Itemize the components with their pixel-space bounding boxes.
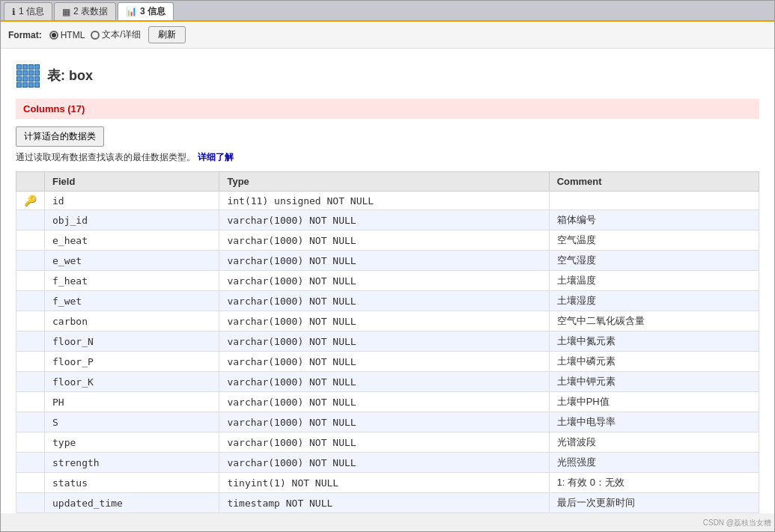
table-row: floor_Pvarchar(1000) NOT NULL土壤中磷元素	[16, 352, 759, 372]
key-cell	[16, 473, 45, 493]
tab1-label: 1 信息	[19, 5, 44, 18]
field-cell: floor_K	[45, 372, 219, 392]
comment-cell	[549, 192, 759, 210]
type-cell: varchar(1000) NOT NULL	[219, 311, 549, 331]
type-cell: varchar(1000) NOT NULL	[219, 453, 549, 473]
radio-text-label: 文本/详细	[102, 28, 140, 41]
tab1-icon: ℹ	[12, 7, 16, 17]
field-cell: floor_P	[45, 352, 219, 372]
comment-cell: 土壤中钾元素	[549, 372, 759, 392]
columns-table: Field Type Comment 🔑idint(11) unsigned N…	[16, 171, 759, 513]
type-cell: timestamp NOT NULL	[219, 493, 549, 513]
watermark: CSDN @荔枝当女糟	[703, 518, 771, 528]
compute-desc-text: 通过读取现有数据查找该表的最佳数据类型。	[16, 152, 195, 162]
type-cell: varchar(1000) NOT NULL	[219, 432, 549, 453]
key-cell	[16, 352, 45, 372]
key-cell	[16, 432, 45, 453]
type-cell: varchar(1000) NOT NULL	[219, 230, 549, 251]
tab-bar: ℹ 1 信息 ▦ 2 表数据 📊 3 信息	[1, 1, 774, 22]
tab-info-3[interactable]: 📊 3 信息	[118, 2, 174, 20]
compute-link[interactable]: 详细了解	[198, 152, 234, 162]
field-cell: f_wet	[45, 291, 219, 311]
field-cell: PH	[45, 392, 219, 412]
col-header-comment: Comment	[549, 172, 759, 192]
field-cell: floor_N	[45, 331, 219, 352]
table-row: Svarchar(1000) NOT NULL土壤中电导率	[16, 412, 759, 432]
compute-button[interactable]: 计算适合的数据类	[16, 126, 104, 147]
field-cell: strength	[45, 453, 219, 473]
table-row: statustinyint(1) NOT NULL1: 有效 0：无效	[16, 473, 759, 493]
comment-cell: 最后一次更新时间	[549, 493, 759, 513]
key-cell	[16, 453, 45, 473]
table-row: updated_timetimestamp NOT NULL最后一次更新时间	[16, 493, 759, 513]
comment-cell: 土壤中磷元素	[549, 352, 759, 372]
type-cell: varchar(1000) NOT NULL	[219, 291, 549, 311]
table-row: strengthvarchar(1000) NOT NULL光照强度	[16, 453, 759, 473]
field-cell: f_heat	[45, 271, 219, 291]
radio-text-circle	[91, 31, 100, 40]
key-cell	[16, 291, 45, 311]
table-row: 🔑idint(11) unsigned NOT NULL	[16, 192, 759, 210]
table-header-section: 表: box	[16, 64, 759, 88]
key-cell	[16, 311, 45, 331]
col-header-type: Type	[219, 172, 549, 192]
col-header-key	[16, 172, 45, 192]
key-cell	[16, 251, 45, 271]
comment-cell: 土壤湿度	[549, 291, 759, 311]
type-cell: varchar(1000) NOT NULL	[219, 352, 549, 372]
type-cell: varchar(1000) NOT NULL	[219, 331, 549, 352]
field-cell: carbon	[45, 311, 219, 331]
comment-cell: 空气温度	[549, 230, 759, 251]
tab3-label: 3 信息	[140, 5, 165, 18]
tab-info-1[interactable]: ℹ 1 信息	[4, 2, 52, 20]
type-cell: varchar(1000) NOT NULL	[219, 271, 549, 291]
radio-html[interactable]: HTML	[49, 30, 85, 40]
table-row: typevarchar(1000) NOT NULL光谱波段	[16, 432, 759, 453]
type-cell: varchar(1000) NOT NULL	[219, 210, 549, 230]
content-area: 表: box Columns (17) 计算适合的数据类 通过读取现有数据查找该…	[1, 49, 774, 513]
radio-text[interactable]: 文本/详细	[91, 28, 140, 41]
key-cell	[16, 331, 45, 352]
type-cell: tinyint(1) NOT NULL	[219, 473, 549, 493]
toolbar: Format: HTML 文本/详细 刷新	[1, 22, 774, 49]
table-row: e_wetvarchar(1000) NOT NULL空气湿度	[16, 251, 759, 271]
field-cell: status	[45, 473, 219, 493]
key-cell	[16, 493, 45, 513]
tab2-icon: ▦	[62, 7, 70, 17]
format-radio-group: HTML 文本/详细	[49, 28, 141, 41]
comment-cell: 空气中二氧化碳含量	[549, 311, 759, 331]
table-icon	[16, 64, 40, 88]
key-cell	[16, 210, 45, 230]
tab2-label: 2 表数据	[73, 5, 108, 18]
table-row: f_wetvarchar(1000) NOT NULL土壤湿度	[16, 291, 759, 311]
compute-description: 通过读取现有数据查找该表的最佳数据类型。 详细了解	[16, 151, 759, 164]
col-header-field: Field	[45, 172, 219, 192]
columns-header: Columns (17)	[16, 99, 759, 119]
key-cell	[16, 392, 45, 412]
refresh-button[interactable]: 刷新	[148, 26, 186, 43]
compute-section: 计算适合的数据类 通过读取现有数据查找该表的最佳数据类型。 详细了解	[16, 126, 759, 164]
comment-cell: 1: 有效 0：无效	[549, 473, 759, 493]
comment-cell: 土壤中氮元素	[549, 331, 759, 352]
key-cell	[16, 372, 45, 392]
field-cell: updated_time	[45, 493, 219, 513]
table-row: floor_Kvarchar(1000) NOT NULL土壤中钾元素	[16, 372, 759, 392]
table-row: obj_idvarchar(1000) NOT NULL箱体编号	[16, 210, 759, 230]
tab-tabledata-2[interactable]: ▦ 2 表数据	[54, 2, 116, 20]
type-cell: int(11) unsigned NOT NULL	[219, 192, 549, 210]
radio-html-circle	[49, 31, 58, 40]
key-icon: 🔑	[24, 195, 37, 207]
tab3-icon: 📊	[126, 6, 137, 16]
key-cell	[16, 230, 45, 251]
table-row: PHvarchar(1000) NOT NULL土壤中PH值	[16, 392, 759, 412]
field-cell: obj_id	[45, 210, 219, 230]
field-cell: type	[45, 432, 219, 453]
comment-cell: 光谱波段	[549, 432, 759, 453]
table-title: 表: box	[47, 67, 93, 85]
type-cell: varchar(1000) NOT NULL	[219, 392, 549, 412]
comment-cell: 土壤温度	[549, 271, 759, 291]
field-cell: e_heat	[45, 230, 219, 251]
comment-cell: 光照强度	[549, 453, 759, 473]
field-cell: e_wet	[45, 251, 219, 271]
key-cell: 🔑	[16, 192, 45, 210]
